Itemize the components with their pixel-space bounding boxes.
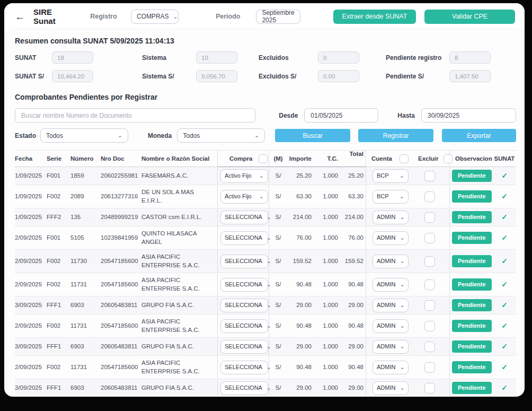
cell-numero: 6903 bbox=[70, 384, 101, 392]
cell-compra: SELECCIONA ⌄ bbox=[217, 208, 269, 226]
cell-compra: SELECCIONA ⌄ bbox=[217, 338, 269, 355]
excluir-checkbox[interactable] bbox=[424, 233, 435, 243]
hasta-date-input[interactable] bbox=[421, 108, 516, 123]
moneda-label: Moneda bbox=[148, 132, 172, 139]
cuenta-select[interactable]: ADMIN ⌄ bbox=[373, 299, 409, 312]
chevron-down-icon: ⌄ bbox=[400, 214, 404, 220]
buscar-button[interactable]: Buscar bbox=[275, 129, 350, 142]
table-row: 2/09/2025 F001 5105 10239841959 QUINTO H… bbox=[15, 226, 516, 250]
cuenta-select[interactable]: ADMIN ⌄ bbox=[373, 381, 409, 395]
compra-select[interactable]: Activo Fijo ⌄ bbox=[220, 169, 268, 183]
check-icon: ✓ bbox=[492, 212, 517, 222]
excluir-checkbox[interactable] bbox=[424, 279, 435, 290]
cuenta-select[interactable]: ADMIN ⌄ bbox=[373, 340, 409, 354]
cuenta-select[interactable]: ADMIN ⌄ bbox=[373, 361, 409, 374]
compra-select-value: SELECCIONA bbox=[225, 257, 262, 265]
cuenta-select-value: ADMIN bbox=[377, 234, 395, 242]
excluir-checkbox[interactable] bbox=[424, 383, 435, 393]
compra-select[interactable]: SELECCIONA ⌄ bbox=[220, 340, 268, 354]
cell-sunat: ✓ bbox=[492, 300, 517, 310]
cuenta-select[interactable]: ADMIN ⌄ bbox=[373, 319, 409, 333]
excluir-checkbox[interactable] bbox=[424, 342, 435, 352]
cuenta-select[interactable]: ADMIN ⌄ bbox=[373, 231, 409, 245]
cell-numero: 11731 bbox=[70, 363, 101, 372]
header-sunat: SUNAT bbox=[492, 155, 517, 162]
cell-compra: Activo Fijo ⌄ bbox=[217, 185, 269, 208]
excluir-checkbox[interactable] bbox=[424, 171, 435, 181]
compra-select[interactable]: SELECCIONA ⌄ bbox=[220, 278, 268, 292]
summary-field: SUNAT bbox=[15, 51, 142, 64]
cell-observacion: Pendiente bbox=[450, 320, 492, 332]
cell-fecha: 2/09/2025 bbox=[15, 257, 47, 266]
estado-select[interactable]: Todos ⌄ bbox=[40, 128, 128, 143]
cell-total: 159.52 bbox=[340, 250, 366, 273]
compra-select[interactable]: SELECCIONA ⌄ bbox=[220, 319, 268, 333]
compra-select[interactable]: SELECCIONA ⌄ bbox=[220, 211, 268, 224]
filter-row-2: Estado Todos ⌄ Moneda Todos ⌄ Buscar Reg… bbox=[15, 128, 516, 143]
header-compra-label: Compra bbox=[229, 155, 252, 162]
chevron-down-icon: ⌄ bbox=[400, 235, 404, 241]
cell-nombre: CASTOR csm E.I.R.L. bbox=[141, 210, 217, 225]
header-observacion: Observacion bbox=[450, 155, 492, 162]
cuenta-select[interactable]: BCP ⌄ bbox=[373, 169, 409, 183]
compra-select[interactable]: SELECCIONA ⌄ bbox=[220, 381, 268, 395]
table-row: 3/09/2025 FFF1 6903 20605483811 GRUPO FI… bbox=[15, 338, 516, 356]
extraer-sunat-button[interactable]: Extraer desde SUNAT bbox=[333, 10, 416, 24]
compra-select[interactable]: SELECCIONA ⌄ bbox=[220, 231, 268, 245]
header-nombre: Nombre o Razón Social bbox=[141, 155, 217, 162]
cuenta-select[interactable]: BCP ⌄ bbox=[373, 190, 409, 204]
search-input[interactable] bbox=[15, 108, 255, 123]
cell-observacion: Pendiente bbox=[450, 211, 492, 223]
summary-label: Sistema bbox=[142, 54, 196, 62]
chevron-down-icon: ⌄ bbox=[118, 133, 122, 138]
cell-sunat: ✓ bbox=[492, 383, 517, 393]
cuenta-select[interactable]: ADMIN ⌄ bbox=[373, 211, 409, 224]
cell-nombre: QUINTO HILASACA ANGEL bbox=[141, 226, 217, 249]
compra-select[interactable]: SELECCIONA ⌄ bbox=[220, 299, 268, 312]
cell-excluir bbox=[410, 379, 450, 395]
registro-select[interactable]: COMPRAS ⌄ bbox=[131, 10, 179, 24]
compra-select[interactable]: Activo Fijo ⌄ bbox=[220, 190, 268, 204]
check-icon: ✓ bbox=[492, 300, 517, 310]
pendiente-registro-field bbox=[449, 51, 491, 64]
cell-compra: SELECCIONA ⌄ bbox=[217, 356, 269, 379]
compra-select-all-checkbox[interactable] bbox=[259, 154, 268, 163]
validar-cpe-button[interactable]: Validar CPE bbox=[424, 10, 515, 24]
exportar-button[interactable]: Exportar bbox=[442, 129, 516, 142]
check-icon: ✓ bbox=[492, 279, 517, 290]
cuenta-select[interactable]: ADMIN ⌄ bbox=[373, 278, 409, 292]
excluir-checkbox[interactable] bbox=[424, 321, 435, 331]
status-badge: Pendiente bbox=[452, 190, 492, 203]
summary-row-amounts: SUNAT S/ Sistema S/ Excluidos S/ Pendien… bbox=[15, 70, 516, 82]
cell-total: 25.20 bbox=[340, 167, 366, 185]
chevron-down-icon: ⌄ bbox=[400, 364, 404, 370]
cell-fecha: 2/09/2025 bbox=[15, 322, 47, 330]
cuenta-select-value: BCP bbox=[377, 193, 389, 200]
cell-moneda: S/ bbox=[269, 322, 287, 330]
compra-select[interactable]: SELECCIONA ⌄ bbox=[220, 361, 268, 374]
cell-nombre: GRUPO FIA S.A.C. bbox=[141, 339, 217, 354]
excluir-checkbox[interactable] bbox=[424, 300, 435, 311]
registrar-button[interactable]: Registrar bbox=[358, 129, 433, 142]
cell-total: 76.00 bbox=[340, 226, 366, 249]
excluir-checkbox[interactable] bbox=[424, 191, 435, 202]
periodo-field[interactable]: Septiembre 2025 bbox=[256, 10, 300, 24]
cuenta-select[interactable]: ADMIN ⌄ bbox=[373, 255, 409, 268]
cell-nro-doc: 20605483811 bbox=[101, 384, 141, 392]
excluir-checkbox[interactable] bbox=[424, 256, 435, 267]
cell-moneda: S/ bbox=[269, 193, 287, 201]
back-icon[interactable]: ← bbox=[15, 12, 25, 22]
cell-nro-doc: 20605483811 bbox=[101, 343, 141, 351]
cell-cuenta: ADMIN ⌄ bbox=[366, 340, 410, 354]
compra-select[interactable]: SELECCIONA ⌄ bbox=[220, 255, 268, 268]
cell-compra: Activo Fijo ⌄ bbox=[217, 167, 269, 185]
desde-date-input[interactable] bbox=[304, 108, 378, 123]
cell-observacion: Pendiente bbox=[450, 170, 492, 182]
cuenta-select-all-checkbox[interactable] bbox=[400, 154, 409, 163]
moneda-select[interactable]: Todos ⌄ bbox=[177, 128, 265, 143]
documents-table: Fecha Serie Número Nro Doc Nombre o Razó… bbox=[15, 150, 516, 395]
header-excluir-label: Excluir bbox=[418, 155, 438, 162]
excluir-checkbox[interactable] bbox=[424, 212, 435, 223]
hasta-label: Hasta bbox=[397, 112, 415, 119]
excluir-checkbox[interactable] bbox=[424, 362, 435, 373]
